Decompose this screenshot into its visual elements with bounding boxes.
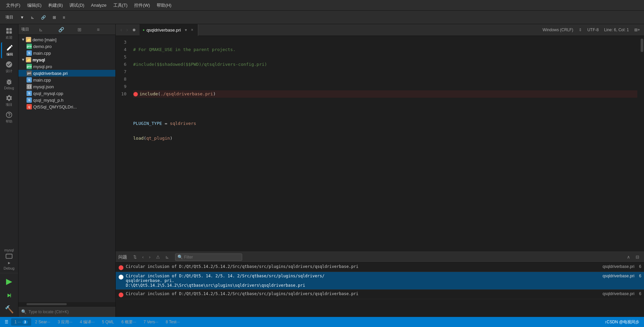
tab-bar: ‹ › ⏺ ▪ qsqldriverbase.pri ▼ × Windows (… xyxy=(116,24,644,36)
sidebar-debug[interactable]: Debug xyxy=(1,76,17,92)
btab-3[interactable]: 3 应用··· xyxy=(54,318,76,326)
btab-5[interactable]: 5 QML xyxy=(99,318,117,326)
tree-node-qt5sql-qmysql[interactable]: Q Qt5Sql_QMYSQLDri... xyxy=(18,103,115,110)
tree-label-mysql-json: mysql.json xyxy=(33,84,54,89)
encoding-dropdown[interactable]: ⇕ xyxy=(579,28,582,32)
problems-collapse-btn[interactable]: ∧ xyxy=(625,254,632,260)
btab-4[interactable]: 4 编译··· xyxy=(76,318,98,326)
btab-1[interactable]: 1 ··· 3 xyxy=(11,318,31,326)
menu-help[interactable]: 帮助(H) xyxy=(153,1,175,10)
menu-tools[interactable]: 工具(T) xyxy=(110,1,131,10)
editor-vscrollbar[interactable] xyxy=(640,36,644,251)
problem-text-2: Circular inclusion of D:/Qt/Qt5. 14. 2/5… xyxy=(126,274,599,288)
problems-sort-btn[interactable]: ⇅ xyxy=(131,254,139,260)
run-button[interactable]: ▶ xyxy=(1,275,17,288)
tab-close-btn[interactable]: × xyxy=(190,27,195,33)
more-tree-btn[interactable]: ≡ xyxy=(96,26,113,33)
sidebar-project[interactable]: 项目 xyxy=(1,93,17,109)
tree-node-main-cpp-2[interactable]: S main.cpp xyxy=(18,77,115,83)
problem-row-3[interactable]: ⬤ Circular inclusion of D:/Qt/Qt5.14.2/5… xyxy=(116,290,644,299)
tree-node-qsqldriverbase-pri[interactable]: pri qsqldriverbase.pri xyxy=(18,70,115,77)
debug-run-button[interactable] xyxy=(1,289,17,302)
more-btn[interactable]: ≡ xyxy=(60,14,68,21)
tree-node-mysql[interactable]: ▼ 📁 mysql xyxy=(18,56,115,63)
tree-node-mysql-pro[interactable]: pro mysql.pro xyxy=(18,63,115,70)
btab-4-label: 4 编译··· xyxy=(80,319,95,325)
tree-node-qsql-mysql-ph[interactable]: S qsql_mysql_p.h xyxy=(18,97,115,103)
tree-hscrollbar[interactable] xyxy=(18,302,115,306)
menu-controls[interactable]: 控件(W) xyxy=(131,1,153,10)
problems-filter-input[interactable] xyxy=(184,255,240,260)
nav-history-btn[interactable]: ⏺ xyxy=(131,27,138,33)
tree-node-qsql-mysql-cpp[interactable]: S qsql_mysql.cpp xyxy=(18,90,115,97)
problems-body: ⬤ Circular inclusion of D:/Qt/Qt5.14.2/5… xyxy=(116,263,644,317)
tab-dropdown-icon[interactable]: ▼ xyxy=(184,28,187,32)
problems-expand-btn[interactable]: ⊟ xyxy=(634,254,641,260)
encoding-label: Windows (CRLF) xyxy=(543,28,573,32)
btab-2[interactable]: 2 Sear··· xyxy=(32,318,54,326)
code-content[interactable]: # For QMAKE_USE in the parent projects. … xyxy=(129,36,640,251)
build-button[interactable]: 🔨 xyxy=(1,303,17,316)
svg-rect-0 xyxy=(6,28,9,31)
svg-rect-1 xyxy=(9,28,12,31)
project-dropdown[interactable]: 项目 xyxy=(3,13,16,21)
btab-1-badge: 3 xyxy=(22,320,28,324)
sidebar-edit[interactable]: 编辑 xyxy=(1,42,17,58)
nav-forward-arrow[interactable]: › xyxy=(125,26,129,34)
sidebar-design[interactable]: 设计 xyxy=(1,59,17,75)
file-tree-body: ▼ 📁 demo [main] pro demo.pro S main.cpp … xyxy=(18,35,115,302)
btab-7[interactable]: 7 Vers··· xyxy=(140,318,162,326)
nav-back-arrow[interactable]: ‹ xyxy=(119,26,123,34)
btab-6[interactable]: 6 概要··· xyxy=(118,318,140,326)
svg-rect-4 xyxy=(6,254,12,259)
search-icon: 🔍 xyxy=(21,309,26,314)
tree-node-demo-main[interactable]: ▼ 📁 demo [main] xyxy=(18,36,115,43)
sidebar-help[interactable]: 帮助 xyxy=(1,109,17,126)
problem-row-2[interactable]: ⬤ Circular inclusion of D:/Qt/Qt5. 14. 2… xyxy=(116,272,644,290)
menu-file[interactable]: 文件(F) xyxy=(3,1,24,10)
problems-prev-btn[interactable]: ‹ xyxy=(140,254,146,260)
problems-warning-btn[interactable]: ⚠ xyxy=(154,254,162,260)
link-btn[interactable]: 🔗 xyxy=(38,14,49,21)
btab-1-label: 1 ··· xyxy=(14,320,21,324)
editor-vscrollbar-thumb[interactable] xyxy=(641,39,643,52)
menu-debug[interactable]: 调试(D) xyxy=(66,1,88,10)
link-tree-btn[interactable]: 🔗 xyxy=(57,26,74,33)
expand-editor-btn[interactable]: ⊞+ xyxy=(634,28,640,32)
qmysql-icon: Q xyxy=(26,104,32,109)
tree-node-main-cpp-1[interactable]: S main.cpp xyxy=(18,50,115,56)
error-icon-3: ⬤ xyxy=(118,292,124,297)
debug-device-icon[interactable]: ▶ xyxy=(1,253,17,265)
problems-filter-btn[interactable]: ⊾ xyxy=(163,254,171,260)
tree-node-demo-pro[interactable]: pro demo.pro xyxy=(18,43,115,50)
btab-3-label: 3 应用··· xyxy=(58,319,72,325)
problem-text-1: Circular inclusion of D:/Qt/Qt5.14.2/5.1… xyxy=(126,264,599,269)
tab-file-icon: ▪ xyxy=(143,27,145,33)
menu-analyze[interactable]: Analyze xyxy=(88,1,110,9)
split-btn[interactable]: ⊞ xyxy=(50,14,59,21)
tree-label-qt5sql-qmysql: Qt5Sql_QMYSQLDri... xyxy=(33,104,77,109)
tab-qsqldriverbase[interactable]: ▪ qsqldriverbase.pri ▼ × xyxy=(140,24,199,36)
status-csdn[interactable]: ↕CSDN @电视同步 xyxy=(602,319,641,325)
problems-next-btn[interactable]: › xyxy=(147,254,152,260)
tree-label-mysql-pro: mysql.pro xyxy=(33,64,52,69)
problems-filter-box[interactable]: 🔍 xyxy=(175,253,242,261)
tree-search-input[interactable] xyxy=(29,310,113,314)
cpp-icon-2: S xyxy=(26,77,32,83)
filter-tree-btn[interactable]: ⊾ xyxy=(38,26,55,33)
sidebar-welcome[interactable]: 欢迎 xyxy=(1,26,17,42)
problem-row-1[interactable]: ⬤ Circular inclusion of D:/Qt/Qt5.14.2/5… xyxy=(116,263,644,272)
problems-panel: 问题 ⇅ ‹ › ⚠ ⊾ 🔍 ∧ ⊟ ⬤ Circular inclusion … xyxy=(116,251,644,317)
chevron-mysql-icon: ▼ xyxy=(21,57,25,62)
filter-icon-btn[interactable]: ⊾ xyxy=(28,14,37,21)
btab-6-label: 6 概要··· xyxy=(121,319,136,325)
tree-node-mysql-json[interactable]: { } mysql.json xyxy=(18,83,115,90)
folder-demo-icon: 📁 xyxy=(26,37,31,42)
filter-btn[interactable]: ▼ xyxy=(17,14,27,21)
menu-build[interactable]: 构建(B) xyxy=(45,1,66,10)
code-view[interactable]: 3 4 5 6 7 8 9 10 # For QMAKE_USE in the … xyxy=(116,36,640,251)
split-tree-btn[interactable]: ⊞ xyxy=(76,26,93,33)
btab-8[interactable]: 8 Test··· xyxy=(162,318,183,326)
menu-edit[interactable]: 编辑(E) xyxy=(24,1,45,10)
status-panel-toggle[interactable]: ☰ xyxy=(3,317,10,327)
